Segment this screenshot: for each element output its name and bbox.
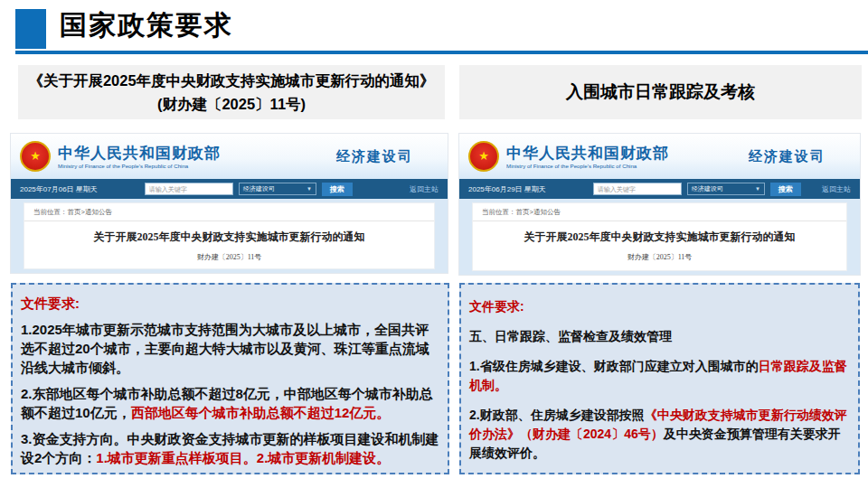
search-category-value: 经济建设司 [243,184,275,193]
search-group: 经济建设司 ▼ 搜索 [145,183,353,196]
site-header: ★ 中华人民共和国财政部 Ministry of Finance of the … [459,134,860,179]
search-group: 经济建设司 ▼ 搜索 [593,183,801,196]
requirement-text: 1.省级住房城乡建设、财政部门应建立对入围城市的 [469,359,759,373]
requirements-label: 文件要求: [469,297,850,316]
breadcrumb: 当前位置：首页>通知公告 [473,203,846,221]
site-name: 中华人民共和国财政部 [506,143,669,164]
left-requirements-box: 文件要求: 1.2025年城市更新示范城市支持范围为大城市及以上城市，全国共评选… [11,283,449,474]
back-to-main-link[interactable]: 返回主站 [822,184,851,194]
mof-website-screenshot-left: ★ 中华人民共和国财政部 Ministry of Finance of the … [11,134,448,273]
search-input[interactable] [145,183,233,195]
document-title: 关于开展2025年度中央财政支持实施城市更新行动的通知 [473,230,846,245]
requirement-item: 五、日常跟踪、监督检查及绩效管理 [469,327,850,346]
site-name-english: Ministry of Finance of the People's Repu… [506,164,649,169]
site-page-body: 当前位置：首页>通知公告 关于开展2025年度中央财政支持实施城市更新行动的通知… [11,202,448,273]
department-name: 经济建设司 [749,148,826,165]
left-section-heading: 《关于开展2025年度中央财政支持实施城市更新行动的通知》 (财办建〔2025〕… [18,65,445,119]
requirement-item: 1.省级住房城乡建设、财政部门应建立对入围城市的日常跟踪及监督机制。 [469,357,850,395]
national-emblem-icon: ★ [20,141,51,172]
chevron-down-icon: ▼ [755,186,760,192]
site-navbar: 2025年06月29日 星期天 经济建设司 ▼ 搜索 返回主站 [459,179,860,199]
requirement-text: 五、日常跟踪、监督检查及绩效管理 [469,329,672,343]
search-input[interactable] [593,183,682,195]
requirement-item: 2.东部地区每个城市补助总额不超过8亿元，中部地区每个城市补助总额不超过10亿元… [21,384,439,422]
site-content-card: 当前位置：首页>通知公告 关于开展2025年度中央财政支持实施城市更新行动的通知… [472,202,847,271]
right-heading-line: 入围城市日常跟踪及考核 [459,80,862,104]
requirement-item: 2.财政部、住房城乡建设部按照《中央财政支持城市更新行动绩效评价办法》（财办建〔… [469,406,850,463]
breadcrumb: 当前位置：首页>通知公告 [24,203,434,221]
national-emblem-icon: ★ [468,141,499,172]
right-section-heading: 入围城市日常跟踪及考核 [459,65,862,119]
site-page-body: 当前位置：首页>通知公告 关于开展2025年度中央财政支持实施城市更新行动的通知… [459,202,860,275]
requirement-text: 2.财政部、住房城乡建设部按照 [469,408,645,422]
department-name: 经济建设司 [336,148,413,165]
back-to-main-link[interactable]: 返回主站 [410,184,439,194]
search-category-value: 经济建设司 [692,184,723,193]
header-underline [15,51,868,54]
site-identity: 中华人民共和国财政部 Ministry of Finance of the Pe… [58,143,221,170]
site-name: 中华人民共和国财政部 [58,143,221,164]
requirement-text: 1.2025年城市更新示范城市支持范围为大城市及以上城市，全国共评选不超过20个… [21,322,429,375]
requirements-label: 文件要求: [21,294,439,313]
emblem-star-icon: ★ [30,150,41,162]
left-heading-line1: 《关于开展2025年度中央财政支持实施城市更新行动的通知》 [18,69,445,92]
site-identity: 中华人民共和国财政部 Ministry of Finance of the Pe… [506,143,669,170]
requirement-item: 3.资金支持方向。中央财政资金支持城市更新的样板项目建设和机制建设2个方向：1.… [21,429,439,467]
emblem-star-icon: ★ [478,150,489,162]
right-requirements-box: 文件要求: 五、日常跟踪、监督检查及绩效管理 1.省级住房城乡建设、财政部门应建… [459,283,860,474]
site-navbar: 2025年07月06日 星期天 经济建设司 ▼ 搜索 返回主站 [11,179,448,199]
slide: 国家政策要求 《关于开展2025年度中央财政支持实施城市更新行动的通知》 (财办… [0,0,868,488]
requirement-highlight: 西部地区每个城市补助总额不超过12亿元。 [131,405,391,420]
requirement-highlight: 1.城市更新重点样板项目。2.城市更新机制建设。 [96,450,390,465]
document-number: 财办建〔2025〕11号 [24,252,434,262]
date-text: 2025年06月29日 星期天 [468,184,546,194]
search-button[interactable]: 搜索 [770,183,801,196]
search-button[interactable]: 搜索 [322,183,353,196]
search-category-select[interactable]: 经济建设司 ▼ [239,183,316,195]
site-header: ★ 中华人民共和国财政部 Ministry of Finance of the … [11,134,448,179]
document-title: 关于开展2025年度中央财政支持实施城市更新行动的通知 [24,230,434,245]
mof-website-screenshot-right: ★ 中华人民共和国财政部 Ministry of Finance of the … [459,134,860,275]
document-number: 财办建〔2025〕11号 [473,252,846,262]
site-name-english: Ministry of Finance of the People's Repu… [58,164,201,169]
left-heading-line2: (财办建〔2025〕11号) [18,92,445,116]
search-category-select[interactable]: 经济建设司 ▼ [687,183,765,195]
date-text: 2025年07月06日 星期天 [20,184,98,194]
site-content-card: 当前位置：首页>通知公告 关于开展2025年度中央财政支持实施城市更新行动的通知… [24,202,435,269]
requirement-item: 1.2025年城市更新示范城市支持范围为大城市及以上城市，全国共评选不超过20个… [21,320,439,377]
chevron-down-icon: ▼ [307,186,312,192]
header-accent-square [15,9,46,49]
page-title: 国家政策要求 [60,7,233,44]
